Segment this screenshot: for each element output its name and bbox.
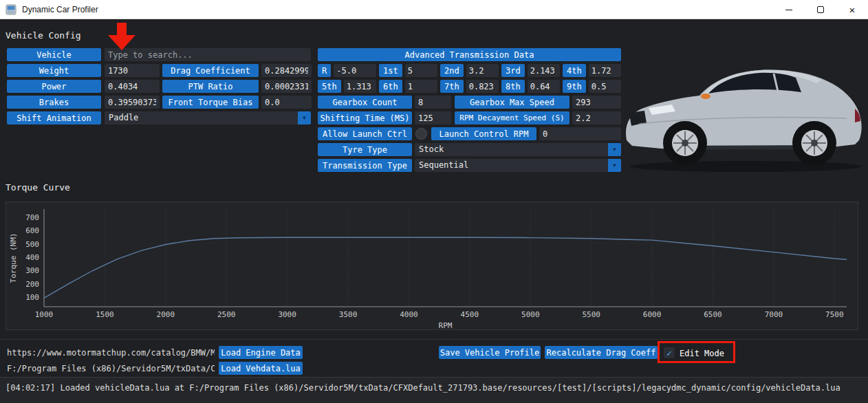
- gear-4th-button[interactable]: 4th: [563, 64, 586, 77]
- status-bar: [04:02:17] Loaded vehicleData.lua at F:/…: [0, 377, 868, 403]
- tyre-type-dropdown[interactable]: Stock ▼: [415, 143, 621, 156]
- launch-control-rpm-button[interactable]: Launch Control RPM: [431, 127, 536, 140]
- gearbox-max-speed-button[interactable]: Gearbox Max Speed: [455, 96, 569, 109]
- minimize-button[interactable]: [773, 0, 805, 19]
- load-engine-data-button[interactable]: Load Engine Data: [219, 346, 303, 359]
- gear-3rd-button[interactable]: 3rd: [501, 64, 525, 77]
- shifting-time-input[interactable]: [415, 111, 451, 124]
- gear-4th-input[interactable]: [589, 64, 621, 77]
- launch-control-rpm-input[interactable]: [539, 127, 621, 140]
- maximize-icon: [817, 6, 824, 13]
- svg-text:3000: 3000: [278, 310, 296, 319]
- vehdata-path-text[interactable]: F:/Program Files (x86)/Servidor5M/txData…: [7, 364, 215, 373]
- gear-2nd-button[interactable]: 2nd: [440, 64, 464, 77]
- gear-6th-input[interactable]: [405, 80, 437, 93]
- vehicle-config-title: Vehicle Config: [6, 30, 81, 41]
- gear-r-input[interactable]: [334, 64, 376, 77]
- torque-chart: 1002003004005006007001000150020002500300…: [6, 202, 858, 330]
- torque-curve-title: Torque Curve: [6, 182, 70, 193]
- gear-8th-button[interactable]: 8th: [501, 80, 525, 93]
- gear-group-2nd: 2nd: [440, 64, 499, 77]
- gear-9th-input[interactable]: [589, 80, 621, 93]
- gearbox-count-input[interactable]: [415, 96, 451, 109]
- gearbox-max-speed-input[interactable]: [572, 96, 621, 109]
- svg-text:4500: 4500: [461, 310, 479, 319]
- rpm-decayment-button[interactable]: RPM Decayment Speed (S): [455, 111, 569, 124]
- drag-coefficient-input[interactable]: [261, 64, 312, 77]
- allow-launch-ctrl-button[interactable]: Allow Launch Ctrl: [318, 127, 412, 140]
- ptw-ratio-button[interactable]: PTW Ratio: [162, 80, 259, 93]
- gear-group-5th: 5th: [318, 80, 376, 93]
- torque-curve-plot: 1002003004005006007001000150020002500300…: [6, 202, 858, 329]
- transmission-type-dropdown[interactable]: Sequential ▼: [415, 159, 621, 172]
- footer-divider: [0, 339, 868, 340]
- chevron-down-icon: ▼: [298, 111, 311, 124]
- svg-text:2500: 2500: [217, 310, 236, 319]
- status-message: [04:02:17] Loaded vehicleData.lua at F:/…: [6, 383, 840, 393]
- weight-button[interactable]: Weight: [7, 64, 101, 77]
- shift-animation-button[interactable]: Shift Animation: [7, 111, 101, 124]
- rpm-decayment-input[interactable]: [572, 111, 621, 124]
- vehicle-search-input[interactable]: [105, 48, 311, 61]
- svg-text:5500: 5500: [582, 310, 600, 319]
- gear-group-6th: 6th: [379, 80, 437, 93]
- advanced-transmission-header[interactable]: Advanced Transmission Data: [318, 48, 621, 61]
- tyre-type-value: Stock: [415, 143, 608, 156]
- gear-row-1: R 1st 2nd 3rd 4th: [318, 64, 621, 77]
- save-vehicle-profile-button[interactable]: Save Vehicle Profile: [439, 346, 541, 359]
- drag-coefficient-button[interactable]: Drag Coefficient: [162, 64, 259, 77]
- annotation-red-arrow-icon: [108, 23, 135, 50]
- gear-group-4th: 4th: [563, 64, 621, 77]
- svg-text:6500: 6500: [704, 310, 722, 319]
- gear-r-button[interactable]: R: [318, 64, 331, 77]
- close-button[interactable]: ×: [836, 0, 868, 19]
- gear-1st-input[interactable]: [405, 64, 437, 77]
- svg-text:2000: 2000: [157, 310, 175, 319]
- tyre-type-button[interactable]: Tyre Type: [318, 143, 412, 156]
- close-icon: ×: [849, 5, 856, 15]
- gear-3rd-input[interactable]: [528, 64, 560, 77]
- svg-text:5000: 5000: [521, 310, 540, 319]
- ptw-ratio-input[interactable]: [261, 80, 312, 93]
- shifting-time-button[interactable]: Shifting Time (MS): [318, 111, 412, 124]
- gear-8th-input[interactable]: [528, 80, 560, 93]
- front-torque-bias-input[interactable]: [261, 96, 312, 109]
- gear-group-9th: 9th: [563, 80, 621, 93]
- power-input[interactable]: [105, 80, 160, 93]
- gear-group-8th: 8th: [501, 80, 560, 93]
- window-controls: ×: [773, 0, 868, 19]
- gear-1st-button[interactable]: 1st: [379, 64, 402, 77]
- gear-5th-button[interactable]: 5th: [318, 80, 341, 93]
- front-torque-bias-button[interactable]: Front Torque Bias: [162, 96, 259, 109]
- gearbox-count-button[interactable]: Gearbox Count: [318, 96, 412, 109]
- gear-7th-button[interactable]: 7th: [440, 80, 464, 93]
- power-button[interactable]: Power: [7, 80, 101, 93]
- gear-group-7th: 7th: [440, 80, 499, 93]
- load-vehdata-button[interactable]: Load Vehdata.lua: [219, 362, 303, 375]
- svg-text:3500: 3500: [339, 310, 358, 319]
- gear-2nd-input[interactable]: [466, 64, 499, 77]
- engine-url-text[interactable]: https://www.motormatchup.com/catalog/BMW…: [7, 348, 215, 358]
- gear-9th-button[interactable]: 9th: [563, 80, 586, 93]
- app-icon: [6, 4, 17, 15]
- gear-5th-input[interactable]: [344, 80, 376, 93]
- titlebar: Dynamic Car Profiler ×: [0, 0, 868, 19]
- weight-input[interactable]: [105, 64, 160, 77]
- shift-animation-dropdown[interactable]: Paddle ▼: [105, 111, 311, 124]
- recalculate-drag-coeff-button[interactable]: Recalculate Drag Coeff: [545, 346, 658, 359]
- gear-row-2: 5th 6th 7th 8th 9th: [318, 80, 621, 93]
- maximize-button[interactable]: [805, 0, 836, 19]
- vehicle-button[interactable]: Vehicle: [7, 48, 101, 61]
- brakes-input[interactable]: [105, 96, 160, 109]
- svg-text:RPM: RPM: [439, 321, 453, 329]
- gear-6th-button[interactable]: 6th: [379, 80, 402, 93]
- svg-text:600: 600: [25, 226, 39, 235]
- gear-7th-input[interactable]: [466, 80, 499, 93]
- car-image: [618, 37, 867, 178]
- brakes-button[interactable]: Brakes: [7, 96, 101, 109]
- svg-text:7500: 7500: [825, 310, 844, 319]
- gear-group-1st: 1st: [379, 64, 437, 77]
- svg-text:400: 400: [25, 253, 39, 262]
- transmission-type-button[interactable]: Transmission Type: [318, 159, 412, 172]
- allow-launch-ctrl-checkbox[interactable]: [415, 128, 427, 140]
